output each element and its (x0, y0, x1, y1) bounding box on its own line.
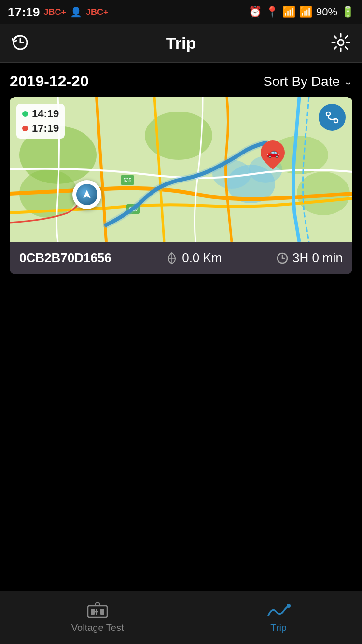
person-icon: 👤 (70, 6, 82, 18)
trip-date: 2019-12-20 (10, 72, 89, 90)
settings-button[interactable] (329, 31, 352, 56)
status-time: 17:19 (8, 5, 40, 20)
trip-info: 0CB2B70D1656 0.0 Km 3H 0 min (10, 242, 352, 274)
svg-point-26 (287, 604, 291, 608)
signal-icon: 📶 (299, 6, 312, 18)
app-header: Trip (0, 24, 362, 63)
location-icon: 📍 (265, 6, 278, 18)
car-pin: 🚗 (261, 140, 285, 165)
sort-by-date-button[interactable]: Sort By Date ⌄ (263, 74, 352, 89)
voltage-label: Voltage Test (71, 622, 124, 633)
bottom-nav: Voltage Test Trip (0, 591, 362, 644)
end-time: 17:19 (32, 122, 59, 135)
duration-value: 3H 0 min (292, 251, 343, 266)
history-button[interactable] (10, 32, 31, 55)
status-badge2: JBC+ (86, 7, 109, 17)
alarm-icon: ⏰ (249, 6, 262, 18)
svg-rect-21 (96, 603, 99, 606)
start-dot (22, 111, 28, 117)
distance-value: 0.0 Km (182, 251, 222, 266)
map-area[interactable]: 535 S20 14:19 17:19 (10, 97, 352, 242)
trip-label: Trip (270, 622, 287, 633)
main-content: 2019-12-20 Sort By Date ⌄ (0, 63, 362, 284)
trip-duration: 3H 0 min (276, 251, 343, 266)
status-bar: 17:19 JBC+ 👤 JBC+ ⏰ 📍 📶 📶 90% 🔋 (0, 0, 362, 24)
start-time: 14:19 (32, 108, 59, 120)
navigation-arrow (72, 180, 101, 209)
svg-point-1 (338, 40, 344, 45)
svg-rect-25 (100, 609, 104, 615)
wifi-icon: 📶 (282, 6, 295, 18)
nav-item-voltage[interactable]: Voltage Test (57, 597, 139, 638)
battery-level: 90% (316, 6, 337, 18)
nav-item-trip[interactable]: Trip (252, 597, 305, 638)
end-dot (22, 126, 28, 131)
status-badge1: JBC+ (44, 7, 67, 17)
chevron-down-icon: ⌄ (344, 75, 352, 88)
trip-distance: 0.0 Km (166, 251, 222, 266)
sort-label: Sort By Date (263, 74, 340, 89)
svg-text:535: 535 (124, 178, 132, 183)
page-title: Trip (166, 34, 196, 53)
svg-rect-22 (91, 609, 95, 615)
trip-card[interactable]: 535 S20 14:19 17:19 (10, 97, 352, 274)
trip-id: 0CB2B70D1656 (19, 251, 111, 266)
date-sort-row: 2019-12-20 Sort By Date ⌄ (10, 72, 352, 90)
time-overlay: 14:19 17:19 (16, 104, 65, 139)
battery-icon: 🔋 (341, 6, 354, 18)
route-button[interactable] (319, 104, 346, 131)
